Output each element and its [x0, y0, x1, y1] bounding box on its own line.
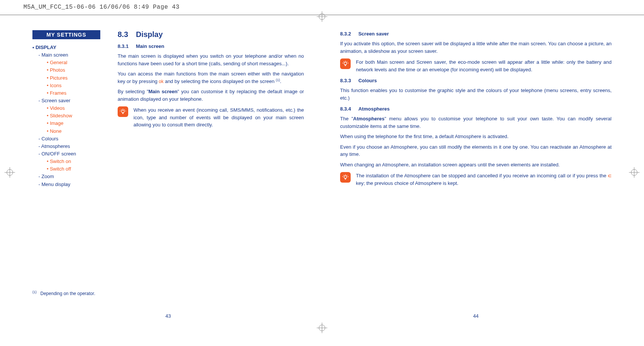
sidebar-bullet-item: Switch on	[32, 158, 108, 165]
subheading-num: 8.3.2	[340, 31, 357, 37]
sidebar-dash-item: Atmospheres	[32, 143, 108, 150]
subheading-num: 8.3.3	[340, 78, 357, 83]
sidebar-bullet-item: Switch off	[32, 165, 108, 173]
section-8-3-2: 8.3.2 Screen saver	[340, 30, 612, 37]
sidebar-dash-item: ON/OFF screen	[32, 150, 108, 158]
sidebar-item-label: Switch off	[50, 166, 71, 172]
sidebar-item-label: Frames	[50, 90, 66, 96]
sidebar-item-label: Menu display	[41, 181, 71, 187]
subheading-title: Screen saver	[358, 31, 389, 37]
section-8-3: 8.3 Display	[118, 30, 304, 39]
tip-icon	[118, 106, 128, 117]
svg-point-12	[121, 110, 124, 113]
text: The "	[340, 116, 353, 121]
svg-point-13	[344, 62, 347, 65]
sidebar-item-label: Icons	[50, 83, 61, 88]
paragraph: The main screen is displayed when you sw…	[118, 52, 304, 67]
sidebar-item-label: Switch on	[50, 158, 71, 164]
sidebar-heading: • DISPLAY	[32, 44, 108, 51]
sidebar-bullet-item: None	[32, 128, 108, 135]
page-spread: MY SETTINGS • DISPLAY Main screenGeneral…	[32, 30, 612, 319]
subheading-title: Colours	[358, 78, 377, 83]
paragraph: By selecting "Main screen" you can custo…	[118, 88, 304, 103]
sidebar-dash-item: Zoom	[32, 173, 108, 180]
sidebar-dash-item: Screen saver	[32, 97, 108, 105]
text: By selecting "	[118, 89, 149, 94]
paragraph: You can access the main functions from t…	[118, 70, 304, 85]
sidebar-list: • DISPLAY Main screenGeneralPhotosPictur…	[32, 44, 108, 188]
page-number: 44	[473, 313, 478, 319]
footnote-text: Depending on the operator.	[40, 291, 95, 296]
sidebar-dash-item: Colours	[32, 135, 108, 143]
bold-text: Atmospheres	[353, 116, 385, 121]
sidebar-item-label: General	[50, 60, 67, 65]
sidebar-item-label: Zoom	[41, 174, 54, 179]
paragraph: Even if you choose an Atmosphere, you ca…	[340, 143, 612, 158]
page-left: MY SETTINGS • DISPLAY Main screenGeneral…	[32, 30, 304, 319]
section-8-3-4: 8.3.4 Atmospheres	[340, 105, 612, 112]
note: When you receive an event (incoming call…	[118, 106, 304, 129]
sidebar-bullet-item: General	[32, 59, 108, 66]
print-header: M5A_UM_FCC_15-06-06 16/06/06 8:49 Page 4…	[23, 4, 179, 11]
sidebar-item-label: Atmospheres	[41, 143, 70, 149]
registration-mark-bottom	[317, 323, 327, 335]
note: The installation of the Atmosphere can b…	[340, 172, 612, 187]
sidebar-bullet-item: Photos	[32, 66, 108, 74]
svg-point-14	[344, 176, 347, 178]
sidebar-item-label: Main screen	[41, 52, 68, 58]
subheading-title: Atmospheres	[358, 106, 389, 112]
section-8-3-3: 8.3.3 Colours	[340, 77, 612, 84]
paragraph: If you activate this option, the screen …	[340, 40, 612, 55]
left-main: 8.3 Display 8.3.1 Main screen The main s…	[118, 30, 304, 129]
note-text: The installation of the Atmosphere can b…	[356, 172, 612, 187]
tip-icon	[340, 58, 351, 69]
sidebar-tab: MY SETTINGS	[32, 30, 100, 39]
sidebar-bullet-item: Pictures	[32, 74, 108, 82]
heading-num: 8.3	[118, 30, 134, 39]
note-text: When you receive an event (incoming call…	[133, 106, 304, 129]
footnote: (1) Depending on the operator.	[32, 290, 95, 296]
c-key-icon: ⊂	[608, 173, 612, 178]
footnote-ref: (1)	[276, 78, 280, 82]
paragraph: When using the telephone for the first t…	[340, 133, 612, 140]
note: For both Main screen and Screen saver, t…	[340, 58, 612, 73]
registration-mark-top	[317, 11, 327, 23]
text: and by selecting the icons displayed on …	[164, 78, 276, 84]
page-right: 8.3.2 Screen saver If you activate this …	[340, 30, 612, 319]
sidebar-item-label: Image	[50, 120, 63, 126]
sidebar-items: Main screenGeneralPhotosPicturesIconsFra…	[32, 51, 108, 188]
bold-text: Main screen	[149, 89, 178, 94]
tip-icon	[340, 172, 351, 183]
page-number: 43	[166, 313, 171, 319]
paragraph: This function enables you to customise t…	[340, 87, 612, 101]
sidebar-item-label: ON/OFF screen	[41, 151, 76, 157]
paragraph: When changing an Atmosphere, an installa…	[340, 161, 612, 169]
heading-title: Display	[136, 30, 163, 38]
text: .	[280, 78, 282, 84]
sidebar-bullet-item: Image	[32, 120, 108, 127]
paragraph: The "Atmospheres" menu allows you to cus…	[340, 115, 612, 130]
sidebar-item-label: Slideshow	[50, 113, 72, 118]
sidebar-bullet-item: Frames	[32, 89, 108, 97]
subheading-num: 8.3.1	[118, 43, 134, 49]
footnote-marker: (1)	[32, 290, 37, 294]
sidebar-dash-item: Menu display	[32, 181, 108, 188]
sidebar-item-label: None	[50, 128, 61, 134]
note-text: For both Main screen and Screen saver, t…	[356, 58, 612, 73]
sidebar-bullet-item: Slideshow	[32, 112, 108, 120]
registration-mark-left	[5, 167, 15, 179]
sidebar-item-label: Colours	[41, 136, 58, 141]
text: key; the previous choice of Atmosphere i…	[356, 180, 458, 186]
subheading-title: Main screen	[136, 43, 164, 49]
sidebar-item-label: Screen saver	[41, 98, 71, 103]
sidebar: MY SETTINGS • DISPLAY Main screenGeneral…	[32, 30, 108, 188]
registration-mark-right	[629, 167, 639, 179]
section-8-3-1: 8.3.1 Main screen	[118, 43, 304, 49]
sidebar-item-label: Photos	[50, 67, 65, 73]
sidebar-item-label: Videos	[50, 105, 65, 111]
sidebar-bullet-item: Videos	[32, 105, 108, 112]
sidebar-dash-item: Main screen	[32, 51, 108, 59]
sidebar-bullet-item: Icons	[32, 82, 108, 89]
text: The installation of the Atmosphere can b…	[356, 173, 608, 178]
ok-key-icon: ok	[159, 79, 164, 84]
